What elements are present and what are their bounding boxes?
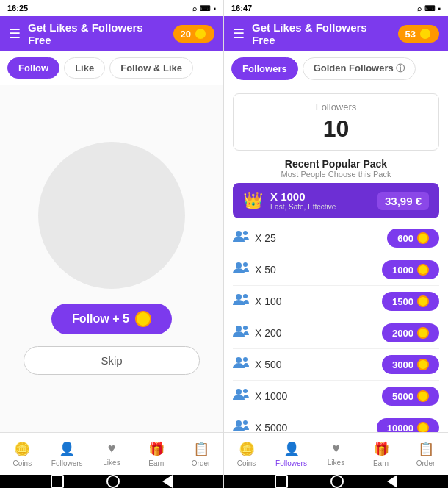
follow-plus-coin-icon xyxy=(135,311,151,327)
right-status-bar: 16:47 ⌕ ⌨ ▪ xyxy=(224,0,448,16)
right-circle-btn[interactable] xyxy=(330,475,344,488)
crown-icon: 👑 xyxy=(243,191,263,210)
package-amount-4: X 500 xyxy=(255,359,282,370)
left-nav-coins-label: Coins xyxy=(13,459,32,467)
battery-icon: ▪ xyxy=(213,4,216,12)
package-amount-3: X 200 xyxy=(255,327,282,339)
right-bottom-nav: 🪙 Coins 👤 Followers ♥ Likes 🎁 Earn 📋 Ord… xyxy=(224,432,448,475)
bluetooth-icon: ⌕ xyxy=(192,4,197,12)
follower-icon-2 xyxy=(233,293,249,310)
left-nav-coins[interactable]: 🪙 Coins xyxy=(0,433,45,475)
left-coin-icon xyxy=(194,27,207,40)
tab-follow[interactable]: Follow xyxy=(7,57,59,79)
tab-golden-followers[interactable]: Golden Followers ⓘ xyxy=(303,57,416,80)
svg-point-12 xyxy=(236,420,242,426)
package-amount-1: X 50 xyxy=(255,264,276,276)
right-coins-nav-icon: 🪙 xyxy=(239,441,255,457)
right-coin-count: 53 xyxy=(405,29,416,40)
tab-like[interactable]: Like xyxy=(64,57,105,79)
right-nav-coins[interactable]: 🪙 Coins xyxy=(224,433,269,475)
tab-follow-like[interactable]: Follow & Like xyxy=(109,57,193,79)
left-status-bar: 16:25 ⌕ ⌨ ▪ xyxy=(0,0,223,16)
right-earn-nav-icon: 🎁 xyxy=(373,441,389,457)
follow-plus-button[interactable]: Follow + 5 xyxy=(51,304,172,334)
package-price-btn-3[interactable]: 2000 xyxy=(382,323,439,342)
left-tab-bar: Follow Like Follow & Like xyxy=(0,51,223,85)
right-likes-nav-icon: ♥ xyxy=(332,441,340,456)
right-nav-earn[interactable]: 🎁 Earn xyxy=(358,433,403,475)
package-price-btn-4[interactable]: 3000 xyxy=(382,355,439,374)
svg-point-7 xyxy=(243,326,248,330)
order-nav-icon: 📋 xyxy=(193,441,209,457)
follower-icon-4 xyxy=(233,356,249,373)
package-amount-0: X 25 xyxy=(255,232,276,244)
tab-followers[interactable]: Followers xyxy=(231,57,298,80)
left-nav-followers[interactable]: 👤 Followers xyxy=(45,433,90,475)
left-home-btn[interactable] xyxy=(51,475,64,488)
avatar xyxy=(38,142,185,289)
info-icon: ⓘ xyxy=(396,63,405,73)
package-item-4: X 500 3000 xyxy=(233,349,439,381)
svg-point-1 xyxy=(243,231,248,235)
package-left-2: X 100 xyxy=(233,293,282,310)
package-price-btn-6[interactable]: 10000 xyxy=(377,418,439,432)
right-bluetooth-icon: ⌕ xyxy=(417,4,422,12)
right-phone-panel: 16:47 ⌕ ⌨ ▪ ☰ Get Likes & Followers Free… xyxy=(224,0,448,488)
left-nav-order-label: Order xyxy=(192,459,211,467)
package-price-btn-0[interactable]: 600 xyxy=(387,229,439,248)
left-top-bar: ☰ Get Likes & Followers Free 20 xyxy=(0,16,223,51)
popular-pack-item[interactable]: 👑 X 1000 Fast, Safe, Effective 33,99 € xyxy=(233,183,439,218)
package-price-btn-1[interactable]: 1000 xyxy=(382,260,439,279)
right-home-btn[interactable] xyxy=(275,475,288,488)
right-back-btn[interactable] xyxy=(387,475,397,488)
left-circle-btn[interactable] xyxy=(106,475,120,488)
package-item-0: X 25 600 xyxy=(233,223,439,254)
package-item-2: X 100 1500 xyxy=(233,286,439,317)
follower-icon-6 xyxy=(233,420,249,433)
left-top-bar-title: Get Likes & Followers Free xyxy=(28,21,166,46)
right-nav-order[interactable]: 📋 Order xyxy=(403,433,448,475)
left-nav-order[interactable]: 📋 Order xyxy=(178,433,223,475)
right-menu-icon[interactable]: ☰ xyxy=(233,26,245,42)
right-nav-followers[interactable]: 👤 Followers xyxy=(269,433,314,475)
svg-point-8 xyxy=(236,357,242,363)
right-home-indicator xyxy=(224,475,448,488)
left-coin-badge: 20 xyxy=(173,25,214,43)
package-left-4: X 500 xyxy=(233,356,282,373)
package-price-btn-2[interactable]: 1500 xyxy=(382,292,439,311)
left-menu-icon[interactable]: ☰ xyxy=(9,26,21,42)
right-nav-likes[interactable]: ♥ Likes xyxy=(314,433,358,475)
right-order-nav-icon: 📋 xyxy=(418,441,434,457)
package-left-0: X 25 xyxy=(233,230,276,247)
left-coin-count: 20 xyxy=(181,29,191,40)
left-nav-earn-label: Earn xyxy=(148,459,164,467)
left-back-btn[interactable] xyxy=(162,475,173,488)
right-coin-icon xyxy=(419,27,432,40)
profile-area: Follow + 5 Skip xyxy=(0,85,223,432)
package-left-5: X 1000 xyxy=(233,388,287,405)
pack-price: 33,99 € xyxy=(377,192,429,210)
packages-list: X 25 600 X 50 1000 xyxy=(224,223,448,432)
wifi-icon: ⌨ xyxy=(200,4,210,12)
left-nav-earn[interactable]: 🎁 Earn xyxy=(134,433,178,475)
right-top-bar-title: Get Likes & Followers Free xyxy=(252,21,391,46)
svg-point-2 xyxy=(236,262,242,268)
left-phone-panel: 16:25 ⌕ ⌨ ▪ ☰ Get Likes & Followers Free… xyxy=(0,0,224,488)
package-left-6: X 5000 xyxy=(233,420,287,433)
right-tab-bar: Followers Golden Followers ⓘ xyxy=(224,51,448,86)
right-status-icons: ⌕ ⌨ ▪ xyxy=(417,4,441,12)
followers-count-box: Followers 10 xyxy=(233,93,439,151)
package-left-1: X 50 xyxy=(233,262,276,279)
svg-point-4 xyxy=(236,294,242,300)
follow-plus-label: Follow + 5 xyxy=(72,312,129,326)
follower-icon-0 xyxy=(233,230,249,247)
followers-nav-icon: 👤 xyxy=(59,441,75,457)
left-nav-likes[interactable]: ♥ Likes xyxy=(90,433,134,475)
left-status-icons: ⌕ ⌨ ▪ xyxy=(192,4,216,12)
right-followers-nav-icon: 👤 xyxy=(283,441,300,457)
right-nav-order-label: Order xyxy=(416,459,436,467)
pkg-coin-icon-1 xyxy=(417,264,429,276)
package-price-btn-5[interactable]: 5000 xyxy=(382,387,439,406)
popular-pack-left: 👑 X 1000 Fast, Safe, Effective xyxy=(243,190,336,211)
skip-button[interactable]: Skip xyxy=(24,346,200,375)
